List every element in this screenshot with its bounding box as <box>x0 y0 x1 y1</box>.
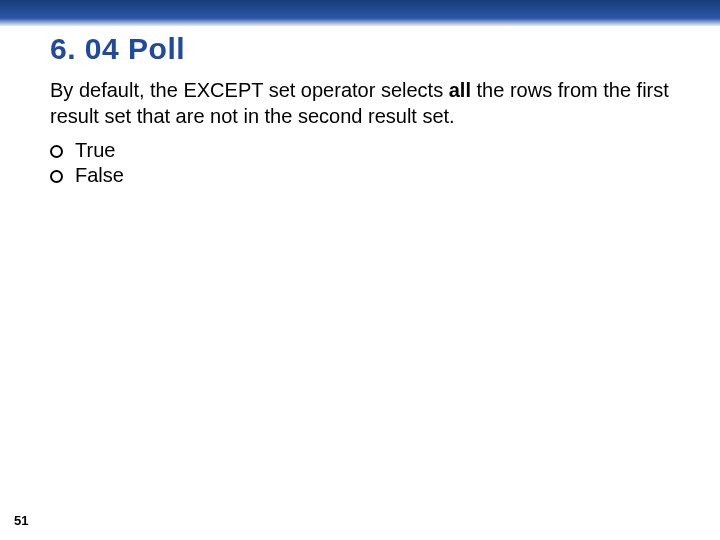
radio-icon <box>50 145 63 158</box>
option-label: True <box>75 139 115 162</box>
header-bar <box>0 0 720 26</box>
poll-option-true[interactable]: True <box>50 139 670 162</box>
page-number: 51 <box>14 513 28 528</box>
question-text-bold: all <box>449 79 471 101</box>
question-text-pre: By default, the EXCEPT set operator sele… <box>50 79 449 101</box>
poll-question: By default, the EXCEPT set operator sele… <box>50 78 670 129</box>
radio-icon <box>50 170 63 183</box>
poll-options: True False <box>50 139 670 187</box>
slide-content: 6. 04 Poll By default, the EXCEPT set op… <box>0 26 720 187</box>
slide-title: 6. 04 Poll <box>50 32 670 66</box>
poll-option-false[interactable]: False <box>50 164 670 187</box>
option-label: False <box>75 164 124 187</box>
